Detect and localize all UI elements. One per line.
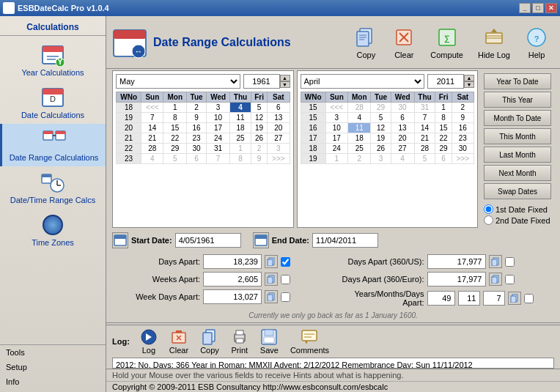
log-clear-button[interactable]: Clear xyxy=(165,327,193,356)
cal-day[interactable]: 16 xyxy=(452,123,474,133)
cal-day[interactable]: 12 xyxy=(251,113,267,123)
cal-day[interactable]: 19 xyxy=(251,123,267,133)
cal-day[interactable]: 24 xyxy=(325,144,347,154)
cal-day[interactable]: 3 xyxy=(268,144,290,154)
last-month-button[interactable]: Last Month xyxy=(484,147,551,163)
cal-day[interactable]: 28 xyxy=(141,144,163,154)
cal-day[interactable]: <<< xyxy=(141,103,163,113)
end-date-input[interactable] xyxy=(312,233,378,248)
sidebar-item-date-calculations[interactable]: D Date Calculations xyxy=(0,81,106,124)
sidebar-item-time-zones[interactable]: Time Zones xyxy=(0,209,106,251)
days-360eu-checkbox[interactable] xyxy=(505,275,515,284)
cal-day[interactable]: 4 xyxy=(391,154,414,164)
cal-day[interactable]: 8 xyxy=(163,113,186,123)
cal-day[interactable]: 7 xyxy=(141,113,163,123)
cal-day[interactable]: 7 xyxy=(207,154,230,164)
swap-dates-button[interactable]: Swap Dates xyxy=(484,183,551,199)
days-value[interactable] xyxy=(483,291,505,306)
weekdays-apart-copy-button[interactable] xyxy=(265,290,278,303)
cal-day[interactable]: 26 xyxy=(371,144,391,154)
window-controls[interactable]: _ □ ✕ xyxy=(519,3,557,13)
cal-day[interactable]: 26 xyxy=(251,133,267,144)
cal-day[interactable]: 25 xyxy=(347,144,370,154)
close-button[interactable]: ✕ xyxy=(545,3,557,13)
right-year-up[interactable]: ▲ xyxy=(464,75,474,81)
cal-day[interactable]: 5 xyxy=(414,154,435,164)
cal-day[interactable]: 5 xyxy=(251,103,267,113)
cal-day[interactable]: 7 xyxy=(414,113,435,123)
maximize-button[interactable]: □ xyxy=(532,3,544,13)
log-comments-button[interactable]: Comments xyxy=(286,327,334,356)
copy-button[interactable]: Copy xyxy=(348,23,383,62)
hide-log-button[interactable]: Hide Log xyxy=(472,23,516,62)
cal-day[interactable]: 2 xyxy=(452,103,474,113)
cal-day[interactable]: 25 xyxy=(230,133,251,144)
cal-day[interactable]: 17 xyxy=(207,123,230,133)
months-value[interactable] xyxy=(458,291,480,306)
month-to-date-button[interactable]: Month To Date xyxy=(484,110,551,126)
cal-day[interactable]: 11 xyxy=(347,123,370,133)
years-value[interactable] xyxy=(427,291,455,306)
right-year-input[interactable] xyxy=(427,74,464,89)
cal-day[interactable]: 6 xyxy=(186,154,206,164)
cal-day[interactable]: 23 xyxy=(452,133,474,144)
weeks-apart-checkbox[interactable] xyxy=(281,275,290,284)
second-date-fixed-option[interactable]: 2nd Date Fixed xyxy=(484,215,551,225)
cal-day[interactable]: 2 xyxy=(347,154,370,164)
sidebar-item-setup[interactable]: Setup xyxy=(0,360,106,374)
cal-day[interactable]: 9 xyxy=(186,113,206,123)
sidebar-item-tools[interactable]: Tools xyxy=(0,345,106,360)
cal-day[interactable]: 3 xyxy=(371,154,391,164)
cal-day[interactable]: 12 xyxy=(371,123,391,133)
days-apart-value[interactable] xyxy=(203,254,262,269)
cal-day[interactable]: 17 xyxy=(325,133,347,144)
compute-button[interactable]: ∑ Compute xyxy=(424,23,469,62)
sidebar-item-info[interactable]: Info xyxy=(0,374,106,389)
years-months-days-checkbox[interactable] xyxy=(524,294,534,303)
log-print-button[interactable]: Print xyxy=(226,327,253,356)
cal-day[interactable]: 14 xyxy=(414,123,435,133)
clear-button[interactable]: Clear xyxy=(386,23,421,62)
log-content[interactable]: 2012: No. Days: 366 Year in Roman: MMXII… xyxy=(112,358,554,369)
cal-day[interactable]: 29 xyxy=(435,144,452,154)
cal-day[interactable]: 9 xyxy=(452,113,474,123)
cal-day[interactable]: 2 xyxy=(186,103,206,113)
cal-day[interactable]: >>> xyxy=(268,154,290,164)
cal-day[interactable]: 6 xyxy=(391,113,414,123)
cal-day[interactable]: 19 xyxy=(371,133,391,144)
sidebar-item-datetime-range-calcs[interactable]: Date/Time Range Calcs xyxy=(0,166,106,209)
years-months-days-copy-button[interactable] xyxy=(508,292,521,305)
cal-day[interactable]: 3 xyxy=(325,113,347,123)
sidebar-item-date-range-calculations[interactable]: Date Range Calculations xyxy=(0,124,106,166)
cal-day[interactable]: 22 xyxy=(163,133,186,144)
cal-day[interactable]: 18 xyxy=(347,133,370,144)
cal-day[interactable]: 15 xyxy=(435,123,452,133)
cal-day[interactable]: 1 xyxy=(435,103,452,113)
cal-day[interactable]: 6 xyxy=(435,154,452,164)
cal-day[interactable]: 14 xyxy=(141,123,163,133)
cal-day[interactable]: 27 xyxy=(391,144,414,154)
cal-day[interactable]: 20 xyxy=(391,133,414,144)
left-year-input[interactable] xyxy=(243,74,280,89)
days-apart-copy-button[interactable] xyxy=(265,255,278,268)
cal-day[interactable]: 31 xyxy=(207,144,230,154)
weeks-apart-value[interactable] xyxy=(203,272,262,286)
cal-day[interactable]: 21 xyxy=(414,133,435,144)
cal-day[interactable]: 11 xyxy=(230,113,251,123)
cal-day[interactable]: 20 xyxy=(268,123,290,133)
cal-day[interactable]: 5 xyxy=(371,113,391,123)
days-360eu-copy-button[interactable] xyxy=(489,273,502,286)
second-date-fixed-radio[interactable] xyxy=(484,215,493,225)
cal-day[interactable]: 13 xyxy=(268,113,290,123)
help-button[interactable]: ? Help xyxy=(519,23,554,62)
left-year-down[interactable]: ▼ xyxy=(280,81,290,88)
days-360us-value[interactable] xyxy=(427,254,486,269)
end-date-calendar-button[interactable] xyxy=(253,232,269,248)
cal-day[interactable]: 9 xyxy=(251,154,267,164)
year-to-date-button[interactable]: Year To Date xyxy=(484,73,551,89)
cal-day[interactable]: 21 xyxy=(141,133,163,144)
right-year-down[interactable]: ▼ xyxy=(464,81,474,88)
right-month-select[interactable]: April xyxy=(301,74,425,89)
cal-day[interactable]: 1 xyxy=(325,154,347,164)
first-date-fixed-option[interactable]: 1st Date Fixed xyxy=(484,204,551,214)
